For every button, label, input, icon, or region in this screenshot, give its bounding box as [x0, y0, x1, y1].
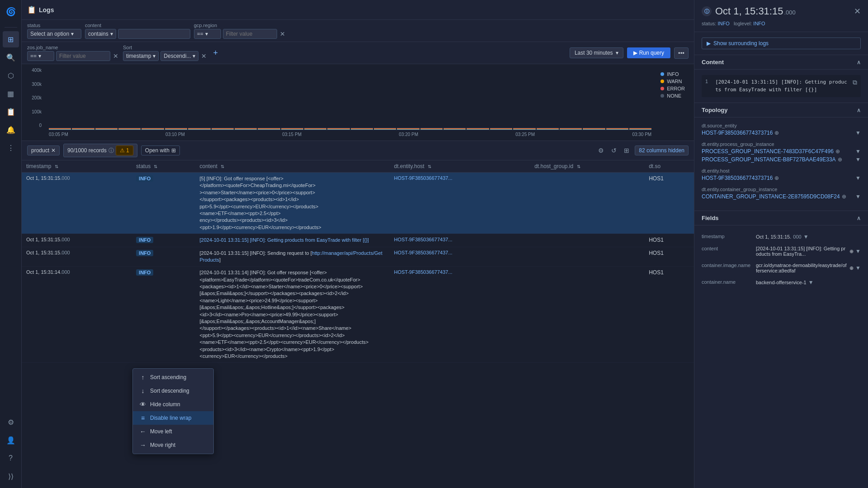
run-query-button[interactable]: ▶ Run query [627, 47, 670, 58]
nav-logs[interactable]: 📋 [3, 103, 19, 120]
job-operator[interactable]: == ▾ [27, 51, 54, 61]
table-row[interactable]: Oct 1, 15:31:15.000 INFO [5] [INFO]: Got… [22, 173, 694, 234]
col-host-group[interactable]: dt.host_group.id ⇅ [530, 160, 644, 173]
copy-content-button[interactable]: ⧉ [853, 79, 857, 86]
menu-sort-descending[interactable]: ↓ Sort descending [133, 384, 213, 398]
bar-group-11[interactable] [304, 128, 326, 130]
nav-dashboards[interactable]: ▦ [3, 85, 19, 102]
bar-group-9[interactable] [258, 128, 280, 130]
topology-source-link-icon[interactable]: ⊕ [774, 130, 779, 136]
status-select[interactable]: Select an option ▾ [27, 29, 81, 39]
bar-group-20[interactable] [513, 128, 535, 130]
table-product-tag[interactable]: product ✕ [27, 145, 60, 155]
table-row[interactable]: Oct 1, 15:31:14.000 INFO [2024-10-01 13:… [22, 267, 694, 363]
bar-group-10[interactable] [281, 128, 303, 130]
table-scroll-area[interactable]: timestamp ⇅ status ⇅ content ⇅ dt.entity… [22, 160, 694, 488]
bar-group-15[interactable] [397, 128, 419, 130]
col-status[interactable]: status ⇅ [132, 160, 195, 173]
filter-settings-button[interactable]: ⚙ [596, 145, 606, 156]
bar-group-16[interactable] [420, 128, 443, 130]
grid-view-button[interactable]: ⊞ [622, 145, 631, 156]
topology-source-filter-icon[interactable]: ▼ [855, 130, 861, 136]
topology-pg-link-1[interactable]: PROCESS_GROUP_INSTANCE-7483D37F6C47F496 [702, 148, 834, 155]
table-row[interactable]: Oct 1, 15:31:15.000 INFO [2024-10-01 13:… [22, 234, 694, 247]
panel-close-button[interactable]: ✕ [854, 6, 861, 16]
nav-more-up[interactable]: ⋮ [3, 140, 19, 156]
refresh-button[interactable]: ↺ [609, 145, 618, 156]
bar-group-24[interactable] [606, 128, 628, 130]
chart-bars[interactable] [49, 68, 651, 130]
field-timestamp-filter[interactable]: ▼ [803, 234, 809, 240]
bar-group-8[interactable] [235, 128, 257, 130]
content-input[interactable] [118, 29, 190, 39]
table-row[interactable]: Oct 1, 15:31:15.000 INFO [2024-10-01 13:… [22, 247, 694, 267]
time-range-select[interactable]: Last 30 minutes ▾ [570, 47, 623, 58]
topology-pg-link-icon-2[interactable]: ⊕ [838, 156, 842, 163]
content-section-header[interactable]: Content ∧ [694, 55, 868, 70]
bar-group-12[interactable] [327, 128, 349, 130]
topology-cg-link-icon[interactable]: ⊕ [842, 193, 846, 200]
nav-expand[interactable]: ⟩⟩ [3, 468, 19, 484]
field-container-filter[interactable]: ▼ [808, 279, 814, 286]
bar-group-13[interactable] [351, 128, 373, 130]
nav-home[interactable]: ⊞ [3, 31, 19, 47]
region-clear[interactable]: ✕ [279, 30, 286, 38]
nav-alerts[interactable]: 🔔 [3, 122, 19, 138]
bar-group-18[interactable] [467, 128, 489, 130]
bar-group-1[interactable] [72, 128, 94, 130]
sort-dir[interactable]: Descendi... ▾ [160, 51, 198, 61]
menu-move-left[interactable]: ← Move left [133, 425, 213, 438]
region-input[interactable] [223, 29, 277, 39]
app-logo[interactable]: 🌀 [3, 4, 19, 20]
bar-group-4[interactable] [142, 128, 164, 130]
bar-group-25[interactable] [629, 128, 651, 130]
sort-field[interactable]: timestamp ▾ [123, 51, 159, 61]
content-operator[interactable]: contains ▾ [85, 29, 116, 39]
topology-section-header[interactable]: Topology ∧ [694, 103, 868, 117]
menu-hide-column[interactable]: 👁 Hide column [133, 398, 213, 411]
columns-hidden-button[interactable]: 82 columns hidden [635, 145, 689, 155]
topology-eh-filter[interactable]: ▼ [855, 175, 861, 181]
bar-group-14[interactable] [374, 128, 396, 130]
bar-group-19[interactable] [490, 128, 512, 130]
product-close[interactable]: ✕ [51, 147, 56, 154]
bar-group-6[interactable] [188, 128, 210, 130]
bar-group-21[interactable] [537, 128, 559, 130]
field-content-link[interactable]: ⊕ [849, 249, 854, 254]
topology-pg-filter-1[interactable]: ▼ [855, 148, 861, 155]
bar-group-5[interactable] [165, 128, 187, 130]
field-image-filter[interactable]: ▼ [855, 265, 861, 271]
open-with-button[interactable]: Open with ⊞ [141, 145, 180, 155]
bar-group-0[interactable] [49, 128, 71, 130]
nav-help[interactable]: ? [3, 450, 19, 466]
bar-group-22[interactable] [560, 128, 582, 130]
bar-group-23[interactable] [583, 128, 605, 130]
col-dt-so[interactable]: dt.so [644, 160, 694, 173]
menu-move-right[interactable]: → Move right [133, 438, 213, 452]
bar-group-7[interactable] [212, 128, 234, 130]
show-surrounding-logs-button[interactable]: ▶ Show surrounding logs [702, 38, 861, 49]
nav-user[interactable]: 👤 [3, 432, 19, 448]
job-input[interactable] [56, 51, 110, 61]
field-content-filter[interactable]: ▼ [855, 248, 861, 254]
topology-pg-link-2[interactable]: PROCESS_GROUP_INSTANCE-B8F727BAAE49E33A [702, 156, 836, 163]
topology-source-link[interactable]: HOST-9F3850366774373716 [702, 130, 773, 136]
fields-section-header[interactable]: Fields ∧ [694, 211, 868, 225]
col-timestamp[interactable]: timestamp ⇅ [22, 160, 132, 173]
nav-search[interactable]: 🔍 [3, 49, 19, 66]
topology-pg-filter-2[interactable]: ▼ [855, 156, 861, 163]
job-clear[interactable]: ✕ [112, 52, 119, 60]
topology-cg-filter[interactable]: ▼ [855, 193, 861, 200]
menu-sort-ascending[interactable]: ↑ Sort ascending [133, 371, 213, 384]
field-image-link[interactable]: ⊕ [849, 265, 854, 271]
bar-group-2[interactable] [95, 128, 118, 130]
bar-group-17[interactable] [443, 128, 466, 130]
more-options-button[interactable]: ••• [674, 47, 689, 59]
add-filter-button[interactable]: + [211, 48, 220, 58]
topology-cg-link[interactable]: CONTAINER_GROUP_INSTANCE-2E87595D9CD08F2… [702, 193, 840, 200]
menu-disable-wrap[interactable]: ≡ Disable line wrap [133, 411, 213, 425]
nav-apps[interactable]: ⬡ [3, 67, 19, 84]
col-host[interactable]: dt.entity.host ⇅ [390, 160, 530, 173]
topology-eh-link-icon[interactable]: ⊕ [774, 175, 779, 181]
sort-clear[interactable]: ✕ [200, 52, 208, 60]
